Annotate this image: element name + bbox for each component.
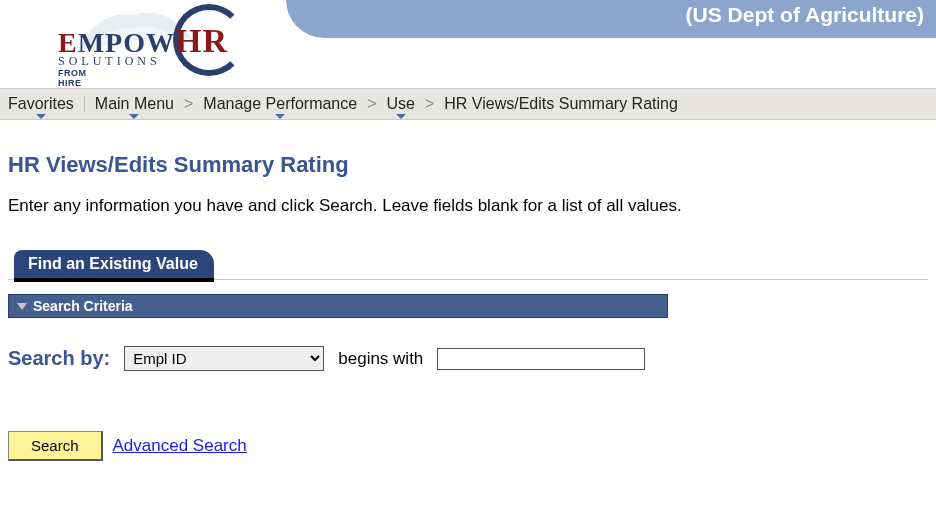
tab-find-existing[interactable]: Find an Existing Value — [14, 250, 214, 282]
logo-sub1: SOLUTIONS — [58, 54, 161, 69]
header-banner: (US Dept of Agriculture) EMPOWHR SOLUTIO… — [0, 0, 936, 88]
chevron-right-icon: > — [425, 95, 434, 113]
breadcrumb-current: HR Views/Edits Summary Rating — [444, 95, 678, 113]
chevron-right-icon: > — [367, 95, 376, 113]
search-row: Search by: Empl ID begins with — [8, 346, 928, 371]
org-title: (US Dept of Agriculture) — [686, 3, 924, 27]
tab-row: Find an Existing Value — [8, 250, 928, 280]
logo-sub2: FROM HIRE TO RETIRE — [58, 68, 94, 88]
chevron-right-icon: > — [184, 95, 193, 113]
search-button[interactable]: Search — [8, 431, 103, 461]
breadcrumb-manage-performance[interactable]: Manage Performance — [203, 95, 357, 113]
breadcrumb-favorites[interactable]: Favorites — [8, 95, 74, 113]
button-row: Search Advanced Search — [8, 431, 928, 461]
page-title: HR Views/Edits Summary Rating — [8, 152, 928, 178]
operator-label: begins with — [338, 349, 423, 369]
breadcrumb-main-menu[interactable]: Main Menu — [95, 95, 174, 113]
advanced-search-link[interactable]: Advanced Search — [113, 436, 247, 456]
breadcrumb: Favorites Main Menu > Manage Performance… — [0, 88, 936, 120]
content: HR Views/Edits Summary Rating Enter any … — [0, 120, 936, 481]
logo-suffix: HR — [175, 22, 228, 59]
search-by-label: Search by: — [8, 347, 110, 370]
instructions: Enter any information you have and click… — [8, 196, 928, 216]
search-criteria-label: Search Criteria — [33, 298, 133, 314]
search-by-select[interactable]: Empl ID — [124, 346, 324, 371]
breadcrumb-use[interactable]: Use — [387, 95, 415, 113]
triangle-down-icon — [17, 303, 27, 310]
search-criteria-bar[interactable]: Search Criteria — [8, 294, 668, 318]
search-input[interactable] — [437, 348, 645, 370]
breadcrumb-divider — [84, 96, 85, 112]
